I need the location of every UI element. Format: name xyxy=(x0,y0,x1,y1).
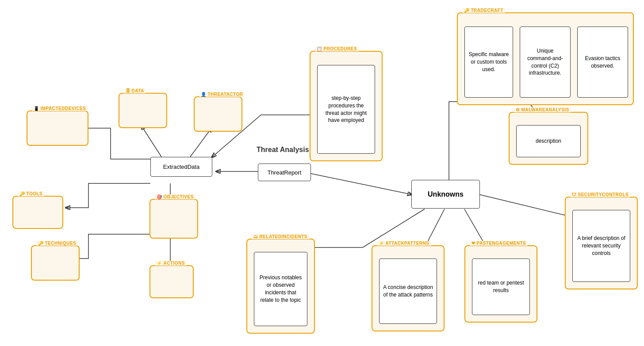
tradecraft-label: 🔑 TRADECRAFT xyxy=(462,8,505,13)
procedures-inner: step-by-step procedures the threat actor… xyxy=(317,65,375,154)
svg-line-1 xyxy=(301,171,411,194)
techniques-icon: 🔑 xyxy=(38,241,44,246)
past-engagements-label: ❤ PASTENGAGEMENTS xyxy=(470,241,528,246)
malware-analysis-inner: description xyxy=(516,125,581,157)
procedures-label: 📋 PROCEDURES xyxy=(315,46,359,51)
objectives-box: 🎯 OBJECTIVES xyxy=(150,199,198,239)
impacted-devices-icon: 📱 xyxy=(34,106,39,111)
related-incidents-inner: Previous notables or observed incidents … xyxy=(254,252,307,326)
malware-analysis-icon: ⚙ xyxy=(516,107,520,112)
actions-icon: ⚡ xyxy=(157,261,162,266)
data-icon: 🗄 xyxy=(126,88,130,93)
extracted-data-node: ExtractedData xyxy=(150,157,212,177)
objectives-icon: 🎯 xyxy=(157,194,162,199)
security-controls-inner: A brief description of relevant security… xyxy=(572,210,630,282)
malware-analysis-label: ⚙ MALWAREANALYSIS xyxy=(514,107,571,112)
data-box: 🗄 DATA xyxy=(119,93,167,128)
attack-patterns-box: ⚡ ATTACKPATTERNS A concise description o… xyxy=(372,245,445,331)
threat-actor-icon: 👤 xyxy=(201,92,207,97)
tools-box: 🔑 TOOLS xyxy=(12,196,63,229)
related-incidents-box: 🗂 RELATEDINCIDENTS Previous notables or … xyxy=(246,239,315,334)
malware-analysis-box: ⚙ MALWAREANALYSIS description xyxy=(509,112,588,165)
unknowns-node: Unknowns xyxy=(411,180,480,209)
security-controls-label: 🛡 SECURITYCONTROLS xyxy=(570,192,630,197)
techniques-label: 🔑 TECHNIQUES xyxy=(36,241,78,246)
attack-patterns-icon: ⚡ xyxy=(379,241,384,246)
impacted-devices-label: 📱 IMPACTEDDEVICES xyxy=(32,106,88,111)
security-controls-box: 🛡 SECURITYCONTROLS A brief description o… xyxy=(565,197,638,289)
procedures-box: 📋 PROCEDURES step-by-step procedures the… xyxy=(310,51,383,161)
actions-box: ⚡ ACTIONS xyxy=(150,265,194,298)
related-incidents-label: 🗂 RELATEDINCIDENTS xyxy=(252,234,309,239)
impacted-devices-box: 📱 IMPACTEDDEVICES xyxy=(27,110,88,146)
svg-line-8 xyxy=(479,194,571,217)
attack-patterns-inner: A concise description of the attack patt… xyxy=(379,259,437,324)
svg-line-2 xyxy=(142,126,161,157)
techniques-box: 🔑 TECHNIQUES xyxy=(31,245,80,281)
threat-actor-label: 👤 THREATACTOR xyxy=(199,92,245,97)
past-engagements-icon: ❤ xyxy=(472,241,475,246)
procedures-icon: 📋 xyxy=(317,46,322,51)
tradecraft-item-3: Evasion tactics observed. xyxy=(577,27,628,98)
tradecraft-icon: 🔑 xyxy=(464,8,470,13)
actions-label: ⚡ ACTIONS xyxy=(155,261,187,266)
tradecraft-item-2: Unique command-and-control (C2) infrastr… xyxy=(520,27,571,98)
threat-actor-box: 👤 THREATACTOR xyxy=(194,96,242,132)
attack-patterns-label: ⚡ ATTACKPATTERNS xyxy=(377,241,431,246)
data-label: 🗄 DATA xyxy=(124,88,146,93)
tools-label: 🔑 TOOLS xyxy=(18,191,44,196)
svg-line-3 xyxy=(190,128,211,157)
related-incidents-icon: 🗂 xyxy=(253,234,258,239)
tradecraft-box: 🔑 TRADECRAFT Specific malware or custom … xyxy=(457,12,634,105)
objectives-label: 🎯 OBJECTIVES xyxy=(155,194,196,199)
diagram: Threat Analysis Diagram ThreatReport Ext… xyxy=(0,0,644,346)
past-engagements-box: ❤ PASTENGAGEMENTS red team or pentest re… xyxy=(464,245,537,323)
tools-icon: 🔑 xyxy=(19,191,25,196)
threat-report-node: ThreatReport xyxy=(258,163,311,181)
security-controls-icon: 🛡 xyxy=(572,192,577,197)
past-engagements-inner: red team or pentest results xyxy=(472,259,530,315)
tradecraft-item-1: Specific malware or custom tools used. xyxy=(464,27,513,98)
